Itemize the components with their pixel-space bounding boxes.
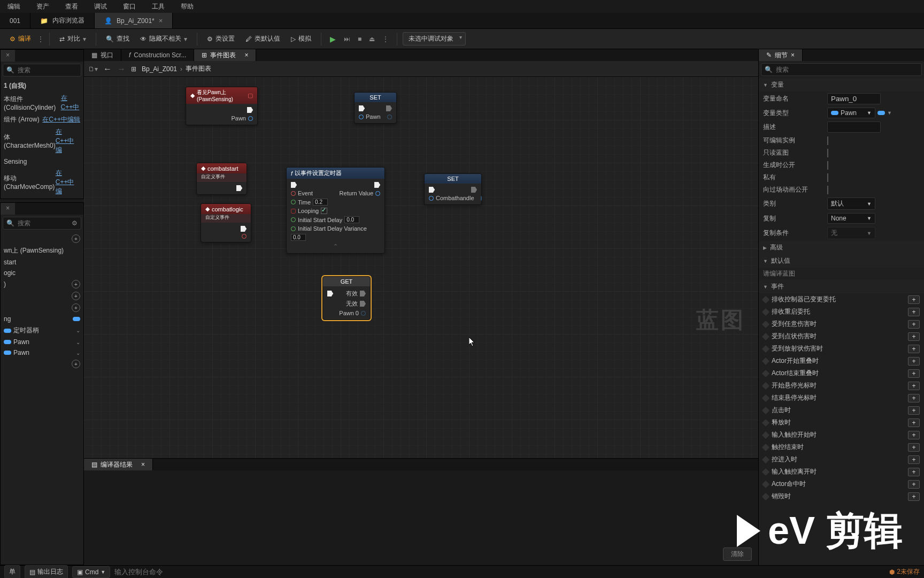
add-event-button[interactable]: + [908, 431, 920, 439]
debug-target-dropdown[interactable]: 未选中调试对象 [403, 32, 466, 45]
expose-spawn-checkbox[interactable] [827, 161, 828, 170]
menu-view[interactable]: 查看 [62, 1, 81, 12]
graph-canvas[interactable]: ◆看见Pawn上 (PawnSensing)▢ Pawn SET Pawn ◆c… [84, 77, 758, 458]
instance-editable-checkbox[interactable] [827, 136, 828, 145]
type-pill-icon[interactable] [877, 111, 885, 115]
myblueprint-search[interactable]: 🔍⚙ [3, 217, 81, 230]
readonly-checkbox[interactable] [827, 149, 828, 157]
hide-unrelated-button[interactable]: 👁隐藏不相关▾ [136, 32, 191, 46]
var-item[interactable]: Pawn⌄ [1, 337, 83, 347]
add-event-button[interactable]: + [908, 357, 920, 366]
graph-item[interactable]: wn上 (PawnSensing) [1, 245, 83, 257]
returnvalue-pin[interactable] [375, 191, 380, 196]
eject-button[interactable]: ⏏ [366, 33, 378, 45]
breadcrumb-graph[interactable]: 事件图表 [186, 64, 211, 73]
var-item[interactable]: 定时器柄⌄ [1, 324, 83, 337]
add-event-button[interactable]: + [908, 443, 920, 452]
add-event-button[interactable]: + [908, 320, 920, 329]
exec-in-pin[interactable] [359, 105, 365, 111]
cpp-link[interactable]: 在C++中编 [56, 169, 80, 196]
add-event-button[interactable]: + [908, 406, 920, 415]
section-variable[interactable]: ▼变量 [759, 78, 924, 92]
menu-window[interactable]: 窗口 [120, 1, 139, 12]
add-event-button[interactable]: + [908, 369, 920, 378]
private-checkbox[interactable] [827, 173, 828, 182]
graph-section[interactable]: + [1, 233, 83, 245]
invalid-out-pin[interactable] [360, 301, 366, 307]
play-button[interactable]: ▶ [327, 33, 339, 45]
exec-out-pin[interactable] [236, 185, 242, 191]
delayvariance-pin[interactable] [291, 226, 296, 231]
compiler-results-tab[interactable]: ▤编译器结果× [84, 459, 153, 470]
component-item-charmove[interactable]: 移动 (CharMoveComp)在C++中编 [1, 167, 83, 197]
graph-item[interactable]: ogic [1, 268, 83, 278]
add-icon[interactable]: + [72, 234, 80, 243]
add-event-button[interactable]: + [908, 492, 920, 501]
dropdown-icon[interactable]: ⋮ [37, 35, 44, 43]
gear-icon[interactable]: ⚙ [72, 219, 78, 227]
chevron-down-icon[interactable]: ▼ [887, 110, 892, 116]
class-defaults-button[interactable]: 🖉类默认值 [241, 32, 284, 46]
pawn-out-pin[interactable] [248, 116, 253, 121]
var-section[interactable]: + [1, 302, 83, 314]
node-seepawn[interactable]: ◆看见Pawn上 (PawnSensing)▢ Pawn [186, 87, 258, 125]
chevron-up-icon[interactable]: ⌃ [291, 243, 380, 250]
tab-eventgraph[interactable]: ⊞事件图表× [194, 49, 256, 61]
initialdelay-pin[interactable] [291, 217, 296, 222]
section-advanced[interactable]: ▶高级 [759, 241, 924, 254]
find-button[interactable]: 🔍查找 [102, 32, 134, 46]
replication-cond-dropdown[interactable]: 无▼ [827, 227, 875, 239]
step-button[interactable]: ⏭ [341, 33, 353, 45]
var-section[interactable]: + [1, 290, 83, 302]
close-icon[interactable]: × [159, 17, 163, 25]
section-events[interactable]: ▼事件 [759, 280, 924, 293]
pawn-out-pin[interactable] [387, 115, 392, 119]
chevron-down-icon[interactable]: ⌄ [76, 350, 80, 356]
breadcrumb-bp[interactable]: Bp_Ai_Z001 [142, 65, 177, 73]
chevron-down-icon[interactable]: ⌄ [76, 328, 80, 333]
exec-out-pin[interactable] [247, 107, 253, 113]
node-settimer[interactable]: f以事件设置定时器 Event Return Value Time Loopin… [286, 167, 385, 254]
var-item[interactable]: Pawn⌄ [1, 347, 83, 358]
details-search[interactable]: 🔍 [761, 63, 922, 76]
menu-debug[interactable]: 调试 [91, 1, 110, 12]
time-pin[interactable] [291, 200, 296, 204]
time-input[interactable] [313, 199, 328, 206]
component-item-sensing[interactable]: Sensing [1, 156, 83, 167]
close-icon[interactable]: × [141, 461, 145, 468]
output-log-button[interactable]: ▤输出日志 [25, 565, 68, 578]
forward-button[interactable]: → [117, 64, 126, 74]
add-icon[interactable]: + [72, 360, 80, 368]
main-tab-content-browser[interactable]: 📁内容浏览器 [30, 13, 95, 28]
add-icon[interactable]: + [72, 303, 80, 312]
class-settings-button[interactable]: ⚙类设置 [203, 32, 239, 46]
add-icon[interactable]: + [72, 280, 80, 288]
unsaved-indicator[interactable]: ⬢2未保存 [889, 567, 920, 576]
graph-item[interactable]: )+ [1, 278, 83, 290]
var-item[interactable]: ng [1, 314, 83, 324]
add-event-button[interactable]: + [908, 419, 920, 427]
save-icon[interactable]: 🗋▾ [88, 65, 98, 73]
details-search-input[interactable] [776, 66, 918, 73]
var-section[interactable]: + [1, 358, 83, 370]
node-get-pawn0[interactable]: GET 有效 无效 Pawn 0 [322, 276, 371, 320]
main-tab-level[interactable]: 001 [0, 13, 30, 28]
var-name-input[interactable] [827, 93, 881, 104]
handle-in-pin[interactable] [429, 196, 434, 201]
var-type-dropdown[interactable]: Pawn▼ [827, 108, 875, 118]
back-button[interactable]: ← [103, 64, 112, 74]
node-set-pawn[interactable]: SET Pawn [354, 92, 397, 124]
exec-in-pin[interactable] [429, 187, 435, 193]
component-item-collision[interactable]: 本组件 (CollisionCylinder)在C++中 [1, 92, 83, 113]
exec-in-pin[interactable] [327, 291, 333, 296]
add-event-button[interactable]: + [908, 332, 920, 341]
components-search-input[interactable] [18, 66, 78, 74]
add-event-button[interactable]: + [908, 382, 920, 390]
menu-help[interactable]: 帮助 [178, 1, 197, 12]
handle-out-pin[interactable] [481, 196, 482, 201]
close-icon[interactable]: × [791, 51, 795, 59]
simulate-button[interactable]: ▷模拟 [287, 32, 315, 46]
menu-edit[interactable]: 编辑 [4, 1, 24, 12]
delayvariance-input[interactable] [291, 234, 306, 241]
diff-button[interactable]: ⇄对比▾ [55, 32, 90, 46]
